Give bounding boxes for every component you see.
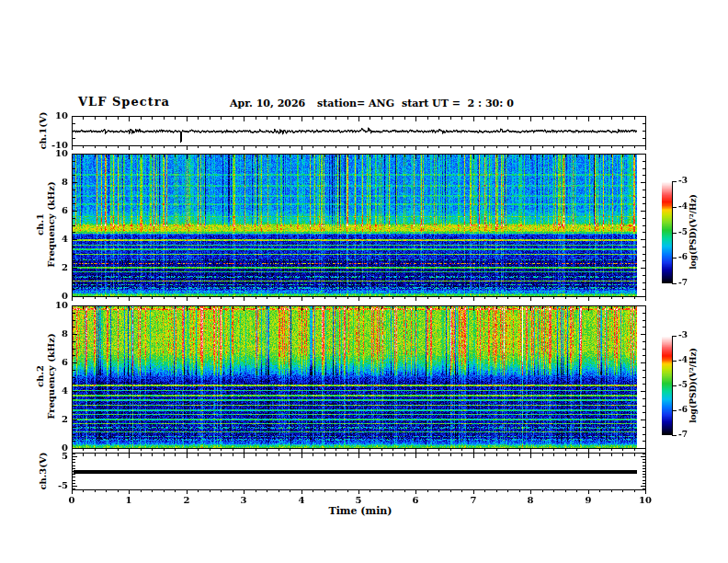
y-tick [643, 232, 645, 233]
x-tick [279, 146, 279, 148]
x-tick [279, 155, 279, 157]
x-tick [324, 306, 325, 309]
x-tick [611, 155, 612, 157]
x-tick [599, 297, 600, 299]
y-tick [643, 480, 645, 481]
x-tick [164, 306, 165, 309]
x-tick [415, 117, 416, 121]
x-tick [324, 155, 325, 157]
x-tick [175, 454, 176, 456]
x-tick [279, 297, 279, 299]
x-tick [611, 490, 612, 492]
panel-frame [72, 453, 646, 490]
x-tick [324, 454, 325, 456]
x-tick [496, 155, 497, 157]
x-tick [542, 155, 543, 157]
x-tick [358, 306, 359, 311]
y-tick [643, 370, 645, 371]
x-tick [256, 449, 256, 451]
x-tick [279, 454, 279, 456]
x-tick [347, 117, 348, 120]
x-tick [427, 306, 428, 309]
y-tick [73, 412, 75, 413]
x-tick [450, 146, 451, 148]
x-tick [542, 297, 543, 299]
y-tick [73, 441, 75, 442]
colorbar-tick-label: -4 [678, 355, 688, 364]
x-tick [473, 146, 474, 150]
x-tick [565, 297, 566, 299]
x-tick [358, 146, 359, 150]
x-tick [450, 449, 451, 451]
x-tick [175, 449, 176, 451]
x-tick [381, 117, 382, 120]
x-tick [95, 297, 96, 299]
x-tick [553, 306, 554, 309]
x-tick [381, 146, 382, 148]
x-tick [198, 449, 199, 451]
x-tick [233, 449, 233, 451]
y-tick [643, 454, 645, 454]
x-tick [152, 297, 153, 299]
x-tick [530, 490, 531, 494]
x-tick [381, 297, 382, 299]
x-tick [233, 490, 233, 492]
x-tick [461, 490, 462, 492]
x-tick [198, 306, 199, 309]
header-start-ut: start UT = 2 : 30: 0 [402, 98, 514, 109]
x-tick [438, 454, 439, 456]
x-tick [427, 297, 428, 299]
x-tick [290, 297, 290, 299]
x-tick [461, 146, 462, 148]
y-tick-label: 10 [33, 300, 68, 310]
x-tick [588, 306, 589, 311]
x-tick [244, 454, 245, 458]
y-tick-label: 2 [33, 414, 68, 424]
x-tick [347, 155, 348, 157]
x-tick [324, 449, 325, 451]
x-tick [129, 490, 130, 494]
x-tick [415, 490, 416, 494]
x-tick [507, 146, 508, 148]
x-tick [290, 117, 290, 120]
y-tick [73, 465, 75, 466]
y-tick [73, 232, 75, 233]
y-tick [643, 465, 645, 466]
y-tick [73, 474, 75, 475]
x-tick [370, 155, 370, 157]
y-tick [643, 313, 645, 314]
x-tick [611, 117, 612, 120]
y-tick [73, 123, 75, 124]
x-tick [358, 449, 359, 453]
x-tick [256, 117, 256, 120]
y-tick [643, 398, 645, 399]
y-tick [643, 412, 645, 413]
y-tick [73, 398, 75, 399]
x-tick [95, 117, 96, 120]
x-tick [461, 454, 462, 456]
y-tick [641, 456, 645, 457]
x-tick [267, 146, 267, 148]
y-tick [73, 313, 75, 314]
x-tick [141, 306, 142, 309]
ch1-frequency-axis-label: ch.1 Frequency (kHz) [35, 181, 56, 267]
x-tick [634, 490, 635, 492]
x-tick [507, 454, 508, 456]
x-tick [427, 117, 428, 120]
x-tick [507, 297, 508, 299]
x-tick [164, 155, 165, 157]
y-tick [73, 138, 75, 139]
x-tick [553, 490, 554, 492]
x-tick [358, 155, 359, 159]
x-tick [95, 449, 96, 451]
y-tick [641, 448, 645, 449]
y-tick [73, 349, 75, 350]
x-tick [198, 297, 199, 299]
y-tick [641, 268, 645, 269]
x-tick [565, 490, 566, 492]
x-tick [484, 297, 485, 299]
x-tick [301, 449, 302, 453]
x-tick [370, 306, 370, 309]
y-tick [643, 197, 645, 198]
x-tick [565, 155, 566, 157]
